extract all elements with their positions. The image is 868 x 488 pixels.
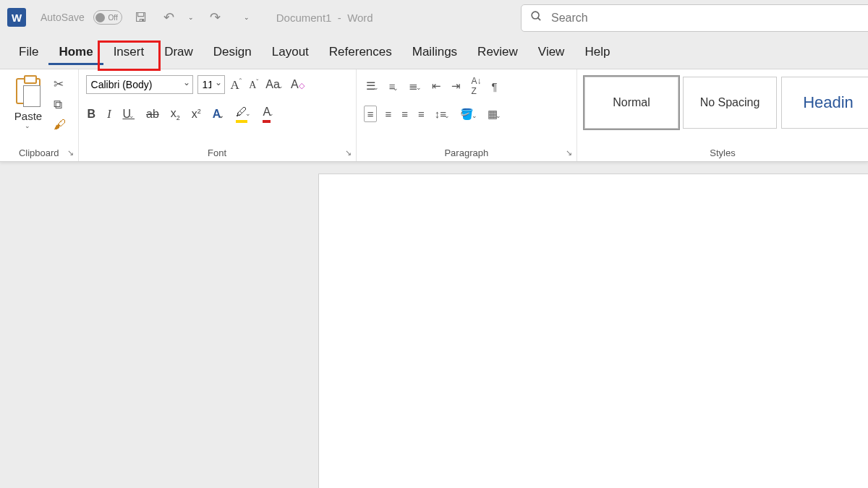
- cut-icon[interactable]: ✂: [54, 77, 66, 92]
- bullets-button[interactable]: ☰⌄: [364, 79, 381, 93]
- tab-references[interactable]: References: [319, 39, 402, 65]
- justify-button[interactable]: ≡: [416, 107, 427, 121]
- clipboard-group-label: Clipboard: [7, 146, 71, 158]
- tab-insert[interactable]: Insert: [103, 39, 155, 65]
- tab-view[interactable]: View: [528, 39, 575, 65]
- search-box[interactable]: [521, 4, 868, 32]
- font-color-button[interactable]: A⌄: [261, 106, 276, 123]
- bold-button[interactable]: B: [86, 108, 98, 121]
- document-title: Document1 - Word: [276, 12, 373, 24]
- tab-layout[interactable]: Layout: [262, 39, 319, 65]
- paste-icon[interactable]: [16, 78, 41, 104]
- undo-more-icon[interactable]: ⌄: [184, 14, 197, 21]
- undo-icon[interactable]: ↶: [160, 9, 178, 25]
- tab-draw[interactable]: Draw: [154, 39, 203, 65]
- show-hide-paragraph-button[interactable]: ¶: [489, 80, 499, 93]
- decrease-indent-button[interactable]: ⇤: [430, 79, 443, 93]
- style-no-spacing[interactable]: No Spacing: [683, 77, 777, 129]
- underline-button[interactable]: U⌄: [121, 108, 136, 121]
- autosave-state: Off: [109, 14, 118, 22]
- align-left-button[interactable]: ≡: [364, 106, 378, 122]
- paragraph-dialog-launcher-icon[interactable]: ↘: [566, 148, 572, 158]
- styles-group-label: Styles: [584, 146, 861, 158]
- font-group-label: Font: [86, 146, 349, 158]
- tab-file[interactable]: File: [9, 39, 48, 65]
- clear-formatting-icon[interactable]: A◇: [289, 78, 306, 91]
- style-normal[interactable]: Normal: [584, 77, 678, 129]
- format-painter-icon[interactable]: 🖌: [54, 118, 66, 132]
- align-center-button[interactable]: ≡: [383, 107, 393, 121]
- shading-button[interactable]: 🪣⌄: [458, 107, 480, 121]
- save-icon[interactable]: 🖫: [131, 10, 151, 25]
- grow-font-icon[interactable]: Aˆ: [229, 77, 244, 93]
- ribbon: Paste ⌄ ✂ ⧉ 🖌 Clipboard ↘ Aˆ Aˇ Aa⌄ A◇: [0, 69, 868, 162]
- increase-indent-button[interactable]: ⇥: [449, 79, 463, 93]
- font-name-select[interactable]: [86, 75, 193, 94]
- line-spacing-button[interactable]: ↕≡⌄: [433, 107, 452, 121]
- toggle-knob: [95, 13, 105, 22]
- paste-more-icon[interactable]: ⌄: [25, 122, 30, 129]
- sort-button[interactable]: A↓Z: [469, 75, 483, 97]
- style-heading1[interactable]: Headin: [781, 77, 868, 129]
- subscript-button[interactable]: x2: [169, 107, 182, 121]
- tab-home[interactable]: Home: [48, 39, 103, 65]
- font-dialog-launcher-icon[interactable]: ↘: [345, 148, 352, 158]
- strikethrough-button[interactable]: ab: [145, 108, 161, 121]
- app-icon: W: [7, 8, 26, 27]
- tab-help[interactable]: Help: [574, 39, 620, 65]
- change-case-button[interactable]: Aa⌄: [264, 78, 285, 91]
- svg-point-0: [532, 12, 539, 19]
- text-effects-button[interactable]: A⌄: [211, 108, 226, 121]
- autosave-label: AutoSave: [41, 12, 85, 23]
- clipboard-dialog-launcher-icon[interactable]: ↘: [67, 148, 74, 158]
- shrink-font-icon[interactable]: Aˇ: [247, 78, 260, 91]
- italic-button[interactable]: I: [106, 108, 112, 121]
- font-size-select[interactable]: [197, 75, 225, 94]
- superscript-button[interactable]: x2: [190, 108, 203, 121]
- borders-button[interactable]: ▦⌄: [485, 107, 503, 121]
- search-input[interactable]: [551, 12, 866, 25]
- ribbon-tabs: File Home Insert Draw Design Layout Refe…: [0, 35, 868, 69]
- redo-icon[interactable]: ↷: [206, 9, 224, 25]
- autosave-toggle[interactable]: Off: [93, 10, 122, 25]
- search-icon: [530, 10, 542, 26]
- tab-design[interactable]: Design: [203, 39, 262, 65]
- tab-mailings[interactable]: Mailings: [402, 39, 467, 65]
- highlight-color-button[interactable]: 🖊⌄: [234, 106, 252, 123]
- svg-line-1: [538, 18, 541, 21]
- multilevel-list-button[interactable]: ≣⌄: [407, 79, 424, 93]
- paragraph-group-label: Paragraph: [364, 146, 569, 158]
- align-right-button[interactable]: ≡: [399, 107, 410, 121]
- paste-button[interactable]: Paste: [14, 110, 42, 122]
- tab-review[interactable]: Review: [467, 39, 528, 65]
- customize-qat-icon[interactable]: ⌄: [240, 14, 253, 21]
- copy-icon[interactable]: ⧉: [54, 98, 66, 112]
- document-page[interactable]: [318, 174, 868, 488]
- numbering-button[interactable]: ≡⌄: [387, 80, 401, 93]
